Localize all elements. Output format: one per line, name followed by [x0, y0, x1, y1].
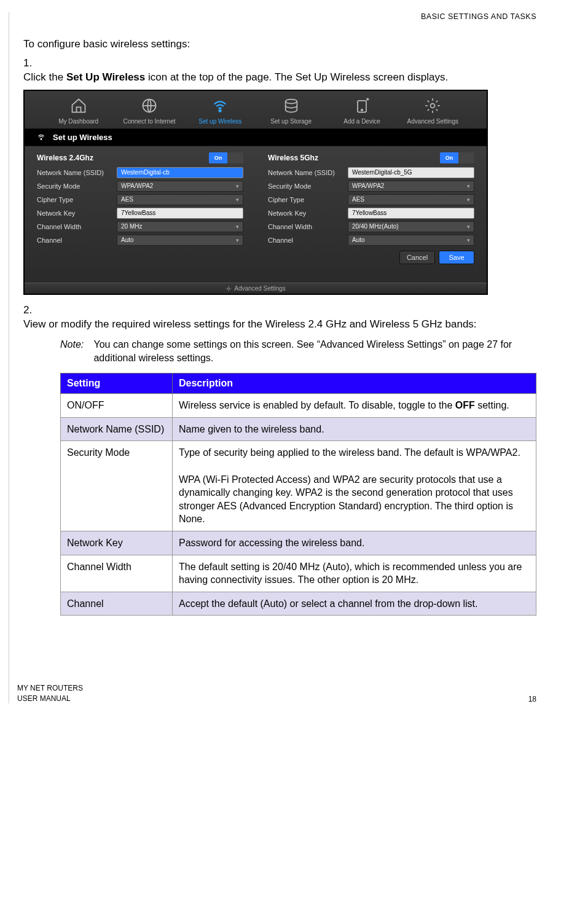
cell-desc-pre: Wireless service is enabled by default. … [179, 400, 455, 410]
note-block: Note: You can change some settings on th… [60, 338, 536, 364]
globe-icon [139, 97, 160, 114]
wireless-24-column: Wireless 2.4Ghz On Network Name (SSID)We… [37, 152, 243, 264]
footer-line2: USER MANUAL [17, 694, 83, 703]
wireless-setup-screenshot: My Dashboard Connect to Internet Set up … [23, 90, 488, 295]
footer-line1: MY NET ROUTERS [17, 683, 83, 693]
security-5-value: WPA/WPA2 [352, 182, 384, 189]
width-24-value: 20 MHz [121, 223, 142, 230]
ssid-5-label: Network Name (SSID) [268, 169, 348, 176]
add-device-icon [351, 97, 372, 114]
cell-setting: ON/OFF [61, 394, 173, 418]
cancel-button[interactable]: Cancel [399, 251, 435, 264]
nav-device-label: Add a Device [331, 118, 393, 125]
channel-5-value: Auto [352, 237, 365, 243]
svg-point-4 [361, 109, 363, 111]
chevron-down-icon: ▾ [236, 197, 239, 203]
cipher-5-select[interactable]: AES▾ [348, 194, 474, 205]
top-nav: My Dashboard Connect to Internet Set up … [25, 91, 487, 129]
width-5-label: Channel Width [268, 223, 348, 230]
key-5-input[interactable]: 7YellowBass [348, 208, 474, 219]
nav-wireless[interactable]: Set up Wireless [189, 97, 251, 125]
cell-setting: Network Name (SSID) [61, 417, 173, 441]
cell-setting: Security Mode [61, 441, 173, 531]
ssid-24-value: WesternDigital-cb [121, 169, 170, 176]
th-description: Description [173, 374, 536, 394]
svg-point-5 [431, 103, 435, 108]
wifi-icon [210, 97, 230, 114]
nav-storage-label: Set up Storage [261, 118, 322, 125]
cell-desc: Accept the default (Auto) or select a ch… [173, 592, 536, 616]
width-5-select[interactable]: 20/40 MHz(Auto)▾ [348, 221, 474, 232]
key-5-label: Network Key [268, 209, 348, 217]
storage-icon [281, 97, 302, 114]
settings-table: Setting Description ON/OFF Wireless serv… [60, 373, 536, 616]
chevron-down-icon: ▾ [467, 224, 470, 230]
cipher-24-label: Cipher Type [37, 196, 117, 203]
page-left-rule [9, 12, 9, 703]
table-row: ON/OFF Wireless service is enabled by de… [61, 394, 536, 418]
cell-desc: Password for accessing the wireless band… [173, 531, 536, 555]
security-24-select[interactable]: WPA/WPA2▾ [117, 181, 243, 192]
intro-text: To configure basic wireless settings: [23, 38, 536, 50]
channel-5-label: Channel [268, 237, 348, 244]
cell-desc: Name given to the wireless band. [173, 417, 536, 441]
nav-dashboard[interactable]: My Dashboard [48, 97, 109, 125]
step-1-post: icon at the top of the page. The Set Up … [145, 71, 448, 83]
page-number: 18 [528, 695, 536, 703]
ssid-5-input[interactable]: WesternDigital-cb_5G [348, 167, 474, 178]
table-row: Channel Accept the default (Auto) or sel… [61, 592, 536, 616]
wireless-5-title: Wireless 5Ghz [268, 154, 318, 162]
width-24-select[interactable]: 20 MHz▾ [117, 221, 243, 232]
nav-dashboard-label: My Dashboard [48, 118, 109, 125]
svg-point-7 [228, 288, 230, 290]
page-footer: MY NET ROUTERS USER MANUAL 18 [17, 683, 536, 703]
table-row: Network Name (SSID) Name given to the wi… [61, 417, 536, 441]
security-5-select[interactable]: WPA/WPA2▾ [348, 181, 474, 192]
wifi-small-icon [36, 133, 47, 141]
channel-24-label: Channel [37, 237, 117, 244]
nav-connect-label: Connect to Internet [119, 118, 180, 125]
step-2-number: 2. [23, 303, 39, 318]
channel-24-select[interactable]: Auto▾ [117, 235, 243, 246]
toggle-on-label: On [209, 152, 227, 163]
wireless-5-toggle[interactable]: On [440, 152, 474, 163]
cell-setting: Channel Width [61, 555, 173, 592]
channel-24-value: Auto [121, 237, 134, 243]
nav-advanced[interactable]: Advanced Settings [402, 97, 463, 125]
cell-setting: Network Key [61, 531, 173, 555]
width-5-value: 20/40 MHz(Auto) [352, 223, 399, 230]
note-label: Note: [60, 338, 91, 351]
nav-connect[interactable]: Connect to Internet [119, 97, 180, 125]
home-icon [68, 97, 89, 114]
cell-desc: Wireless service is enabled by default. … [173, 394, 536, 418]
cipher-24-value: AES [121, 196, 133, 203]
cell-desc-post: setting. [475, 400, 509, 410]
key-24-label: Network Key [37, 209, 117, 217]
section-header: BASIC SETTINGS AND TASKS [17, 12, 536, 21]
step-1: 1. Click the Set Up Wireless icon at the… [23, 57, 536, 85]
key-24-input[interactable]: 7YellowBass [117, 208, 243, 219]
table-row: Network Key Password for accessing the w… [61, 531, 536, 555]
key-5-value: 7YellowBass [352, 209, 386, 216]
th-setting: Setting [61, 374, 173, 394]
nav-device[interactable]: Add a Device [331, 97, 393, 125]
cell-desc: The default setting is 20/40 MHz (Auto),… [173, 555, 536, 592]
chevron-down-icon: ▾ [236, 224, 239, 230]
cell-desc-bold: OFF [455, 400, 475, 410]
step-2: 2. View or modify the required wireless … [23, 303, 536, 332]
save-button[interactable]: Save [439, 251, 474, 264]
wireless-24-toggle[interactable]: On [209, 152, 243, 163]
chevron-down-icon: ▾ [467, 183, 470, 189]
channel-5-select[interactable]: Auto▾ [348, 235, 474, 246]
note-text: You can change some settings on this scr… [93, 338, 535, 364]
chevron-down-icon: ▾ [236, 237, 239, 243]
advanced-settings-bar[interactable]: Advanced Settings [25, 283, 487, 294]
nav-storage[interactable]: Set up Storage [261, 97, 322, 125]
ssid-24-input[interactable]: WesternDigital-cb [117, 167, 243, 178]
ssid-24-label: Network Name (SSID) [37, 169, 117, 176]
advanced-bar-label: Advanced Settings [234, 285, 285, 292]
width-24-label: Channel Width [37, 223, 117, 230]
security-24-value: WPA/WPA2 [121, 182, 153, 189]
cipher-24-select[interactable]: AES▾ [117, 194, 243, 205]
key-24-value: 7YellowBass [121, 209, 155, 216]
